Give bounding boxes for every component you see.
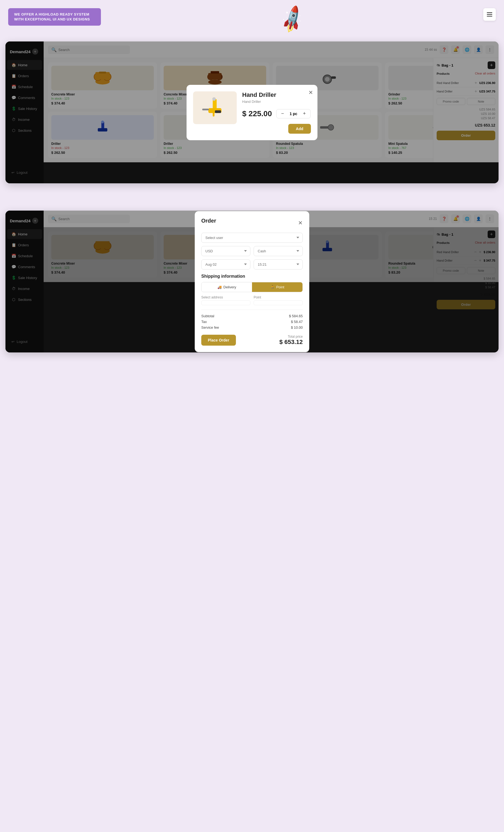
svg-rect-34 [202,109,209,110]
svg-rect-31 [215,110,221,113]
total-price-value-2: $ 653.12 [279,339,303,346]
service-fee-label-2: Service fee [201,326,219,330]
delivery-btn-2[interactable]: 🚚 Delivery [202,282,252,292]
tax-label-2: Tax [201,320,207,324]
rocket-icon: 🚀 [276,4,308,35]
order-modal-overlay-2: Order ✕ Select user USD Cash Aug 02 [5,211,499,353]
address-value-2[interactable] [201,300,250,305]
product-modal-1: ✕ Hand Driller Hand Driller [187,85,317,140]
banner-badge: WE OFFER A HIGHLOAD READY SYSTEM WITH EX… [8,8,101,26]
modal-product-sub-1: Hand Driller [242,100,311,104]
subtotal-row-2: Subtotal $ 584.65 [201,313,303,319]
subtotal-label-2: Subtotal [201,314,214,318]
shipping-title-2: Shipping information [201,274,303,279]
select-user-2[interactable]: Select user [201,233,303,243]
service-fee-row-2: Service fee $ 10.00 [201,324,303,330]
time-select-2[interactable]: 15:21 [254,259,303,269]
order-currency-payment-row-2: USD Cash [201,246,303,256]
svg-rect-1 [487,14,492,15]
total-price-block-2: Total price $ 653.12 [279,335,303,346]
order-modal-close-btn-2[interactable]: ✕ [298,219,303,226]
delivery-icon-2: 🚚 [217,285,222,289]
qty-value-1: 1 pc [288,111,299,116]
point-icon-2: 🏃 [270,285,275,289]
modal-add-btn-1[interactable]: Add [288,124,311,134]
svg-point-33 [212,97,216,101]
service-fee-val-2: $ 10.00 [291,326,303,330]
qty-decrease-btn-1[interactable]: − [280,111,285,116]
total-price-label-2: Total price [279,335,303,339]
quantity-control-1[interactable]: − 1 pc + [276,109,311,119]
app-frame-1: Demand24 + 🏠 Home 📋 Orders 📅 Schedule 💬 … [5,42,499,183]
modal-price-row-1: $ 225.00 − 1 pc + [242,109,311,119]
order-summary-2: Subtotal $ 584.65 Tax $ 58.47 Service fe… [201,310,303,330]
tax-row-2: Tax $ 58.47 [201,319,303,324]
modal-product-name-1: Hand Driller [242,92,311,99]
svg-rect-2 [487,16,492,17]
point-field-2: Point [254,295,303,305]
modal-product-layout-1: Hand Driller Hand Driller $ 225.00 − 1 p… [193,92,311,134]
top-banner-area: WE OFFER A HIGHLOAD READY SYSTEM WITH EX… [5,8,499,30]
order-modal-2: Order ✕ Select user USD Cash Aug 02 [195,211,309,352]
shipping-toggle-2: 🚚 Delivery 🏃 Point [201,282,303,292]
place-order-btn-2[interactable]: Place Order [201,335,236,346]
currency-select-2[interactable]: USD [201,246,250,256]
order-datetime-row-2: Aug 02 15:21 [201,259,303,269]
modal-close-btn-1[interactable]: ✕ [309,89,313,96]
modal-product-info-1: Hand Driller Hand Driller $ 225.00 − 1 p… [242,92,311,134]
point-btn-2[interactable]: 🏃 Point [252,282,302,292]
tax-val-2: $ 58.47 [291,320,303,324]
svg-rect-0 [487,12,492,13]
address-label-2: Select address [201,295,250,299]
subtotal-val-2: $ 584.65 [289,314,303,318]
point-value-2[interactable] [254,300,303,305]
shipping-fields-2: Select address Point [201,295,303,305]
modal-price-1: $ 225.00 [242,109,272,118]
address-field-2: Select address [201,295,250,305]
menu-icon-box[interactable] [483,8,496,21]
qty-increase-btn-1[interactable]: + [302,111,307,116]
payment-select-2[interactable]: Cash [254,246,303,256]
modal-product-img-1 [193,92,237,124]
svg-rect-32 [213,112,214,116]
shipping-section-2: Shipping information 🚚 Delivery 🏃 Point … [201,274,303,305]
modal-overlay-1: ✕ Hand Driller Hand Driller [5,42,499,183]
order-modal-title-2: Order [201,218,216,224]
date-select-2[interactable]: Aug 02 [201,259,250,269]
point-label-2: Point [254,295,303,299]
order-footer-2: Place Order Total price $ 653.12 [201,335,303,346]
app-frame-2: Demand24 + 🏠 Home 📋 Orders 📅 Schedule 💬 … [5,211,499,353]
